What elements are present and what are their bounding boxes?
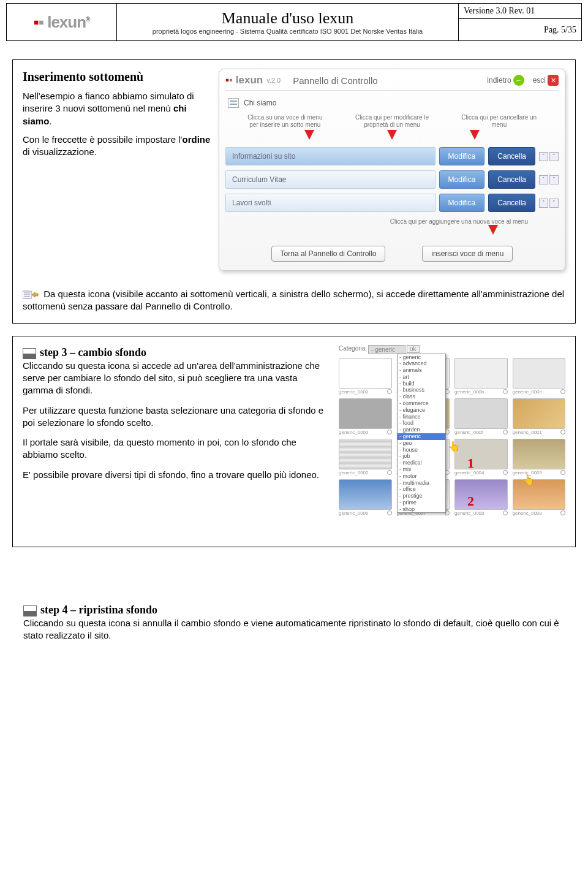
swatch-caption: generic_000c xyxy=(513,389,542,395)
dropdown-option[interactable]: - advanced xyxy=(398,360,445,367)
dropdown-option[interactable]: - multimedia xyxy=(398,480,445,487)
swatch-radio[interactable] xyxy=(560,510,565,515)
dropdown-option[interactable]: - prime xyxy=(398,499,445,506)
dropdown-option[interactable]: - office xyxy=(398,486,445,493)
swatch-grid: generic_0000generic_000ageneric_000bgene… xyxy=(339,358,565,516)
breadcrumb-label: Chi siamo xyxy=(244,99,276,107)
hint4: Clicca qui per aggiungere una nuova voce… xyxy=(225,217,559,225)
swatch-caption: generic_000b xyxy=(454,389,484,395)
category-select[interactable]: - generic xyxy=(368,345,405,354)
step4-title: step 4 – ripristina sfondo xyxy=(40,604,157,616)
swatch-radio[interactable] xyxy=(387,389,392,394)
insert-menu-item-button[interactable]: inserisci voce di menu xyxy=(422,246,513,262)
dropdown-option[interactable]: - motor xyxy=(398,473,445,480)
swatch-item[interactable]: generic_0005 xyxy=(513,439,566,476)
swatch-radio[interactable] xyxy=(387,430,392,434)
step4-p: Cliccando su questa icona si annulla il … xyxy=(23,618,559,640)
swatch-radio[interactable] xyxy=(387,510,392,515)
swatch-caption: generic_0001 xyxy=(513,430,542,435)
swatch-thumbnail xyxy=(339,479,392,510)
dropdown-option[interactable]: - prestige xyxy=(398,493,445,499)
section1-text: Inserimento sottomenù Nell'esempio a fia… xyxy=(23,69,213,271)
dropdown-option[interactable]: - animals xyxy=(398,367,445,374)
swatch-radio[interactable] xyxy=(560,470,565,475)
swatch-item[interactable]: generic_000d xyxy=(339,398,392,435)
back-to-panel-button[interactable]: Torna al Pannello di Controllo xyxy=(271,246,386,262)
swatch-radio[interactable] xyxy=(560,389,565,394)
hint2: Clicca qui per modificare le proprietà d… xyxy=(351,114,434,129)
panel-arrows xyxy=(225,130,559,142)
swatch-item[interactable]: generic_0008 xyxy=(454,479,508,516)
panel-breadcrumb: Chi siamo xyxy=(225,94,559,112)
swatch-item[interactable]: generic_0002 xyxy=(339,439,392,476)
category-dropdown[interactable]: - generic- advanced- animals- art- build… xyxy=(397,354,446,513)
dropdown-option[interactable]: - generic xyxy=(398,354,445,361)
dropdown-option[interactable]: - finance xyxy=(398,414,445,420)
dropdown-option[interactable]: - class xyxy=(398,393,445,400)
delete-button[interactable]: Cancella xyxy=(488,194,535,212)
back-link[interactable]: indietro← xyxy=(487,75,524,86)
swatch-radio[interactable] xyxy=(503,510,508,515)
dropdown-option[interactable]: - geo xyxy=(398,440,445,447)
move-down-button[interactable]: ˅ xyxy=(549,152,559,161)
swatch-item[interactable]: generic_000c xyxy=(513,358,566,395)
background-restore-icon xyxy=(23,605,37,616)
swatch-item[interactable]: generic_0000 xyxy=(339,358,392,395)
delete-button[interactable]: Cancella xyxy=(488,147,535,165)
move-up-button[interactable]: ˄ xyxy=(539,175,548,184)
page-icon xyxy=(228,98,239,108)
ok-button[interactable]: ok xyxy=(407,345,420,353)
swatch-radio[interactable] xyxy=(560,430,565,434)
swatch-radio[interactable] xyxy=(503,389,508,394)
swatch-item[interactable]: generic_000f xyxy=(454,398,508,435)
swatch-caption: generic_000f xyxy=(454,430,483,435)
modify-button[interactable]: Modifica xyxy=(439,170,485,189)
close-icon: ✕ xyxy=(548,75,559,86)
swatch-radio[interactable] xyxy=(503,470,508,475)
dropdown-option[interactable]: - art xyxy=(398,374,445,381)
swatch-caption: generic_000d xyxy=(339,430,368,435)
delete-button[interactable]: Cancella xyxy=(488,170,535,189)
swatch-radio[interactable] xyxy=(387,470,392,475)
swatch-item[interactable]: generic_000b xyxy=(454,358,508,395)
dropdown-option[interactable]: - elegance xyxy=(398,407,445,414)
swatch-item[interactable]: generic_0006 xyxy=(339,479,392,516)
dropdown-option[interactable]: - business xyxy=(398,387,445,393)
dropdown-option[interactable]: - garden xyxy=(398,427,445,433)
menu-item-label[interactable]: Curriculum Vitae xyxy=(225,170,435,189)
swatch-item[interactable]: generic_0004 xyxy=(454,439,508,476)
exit-link[interactable]: esci✕ xyxy=(533,75,559,86)
dropdown-option[interactable]: - generic xyxy=(398,433,445,440)
reorder-spinner: ˄˅ xyxy=(539,152,559,161)
swatch-item[interactable]: generic_0001 xyxy=(513,398,566,435)
swatch-caption: generic_0000 xyxy=(339,389,368,395)
dropdown-option[interactable]: - mix xyxy=(398,466,445,473)
modify-button[interactable]: Modifica xyxy=(439,147,485,165)
admin-shortcut-icon xyxy=(23,290,39,300)
dropdown-option[interactable]: - build xyxy=(398,381,445,387)
reorder-spinner: ˄˅ xyxy=(539,199,559,208)
move-up-button[interactable]: ˄ xyxy=(539,152,548,161)
dropdown-option[interactable]: - commerce xyxy=(398,400,445,407)
cursor-hand-icon: 👆 xyxy=(522,474,535,485)
swatch-caption: generic_0002 xyxy=(339,470,368,476)
s1p2c: di visualizzazione. xyxy=(23,146,97,157)
section1-title: Inserimento sottomenù xyxy=(23,69,213,85)
dropdown-option[interactable]: - food xyxy=(398,420,445,427)
move-down-button[interactable]: ˅ xyxy=(549,175,559,184)
modify-button[interactable]: Modifica xyxy=(439,194,485,212)
dropdown-option[interactable]: - shop xyxy=(398,506,445,513)
dropdown-option[interactable]: - medical xyxy=(398,460,445,466)
move-down-button[interactable]: ˅ xyxy=(549,199,559,208)
swatch-item[interactable]: generic_0009 xyxy=(513,479,566,516)
swatch-radio[interactable] xyxy=(503,430,508,434)
arrow-down-icon xyxy=(387,130,397,140)
dropdown-option[interactable]: - job xyxy=(398,453,445,460)
menu-item-label[interactable]: Lavori svolti xyxy=(225,194,435,212)
doc-version: Versione 3.0 Rev. 01 xyxy=(459,4,581,19)
menu-item-label[interactable]: Informazioni su sito xyxy=(225,147,435,165)
cursor-hand-icon: 👆 xyxy=(448,441,460,452)
move-up-button[interactable]: ˄ xyxy=(539,199,548,208)
dropdown-option[interactable]: - house xyxy=(398,447,445,453)
doc-page: Pag. 5/35 xyxy=(459,19,581,40)
